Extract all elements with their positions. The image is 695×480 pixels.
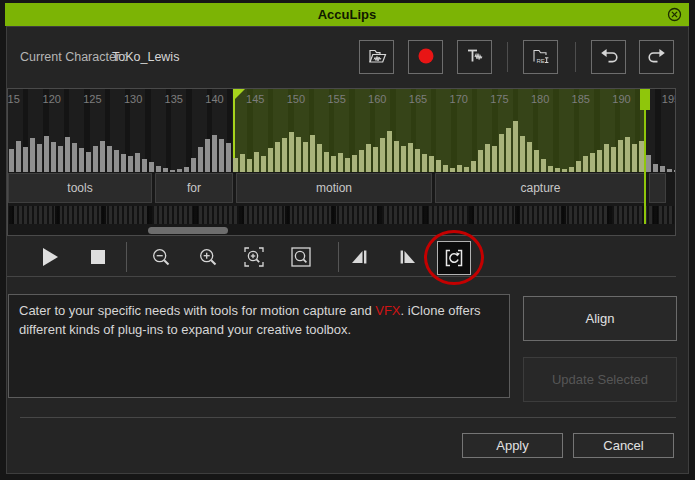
waveform-bar (324, 152, 329, 172)
ruler-tick-label: 180 (531, 93, 549, 105)
waveform-bar (135, 153, 140, 172)
waveform-bar (373, 147, 378, 172)
ruler-tick-label: 160 (368, 93, 386, 105)
horizontal-scrollbar-thumb[interactable] (148, 227, 228, 234)
waveform-bar (177, 169, 182, 172)
footer-divider (20, 417, 676, 418)
script-text-area[interactable]: Cater to your specific needs with tools … (8, 294, 510, 398)
stop-button[interactable] (88, 247, 108, 267)
waveform-bar (212, 135, 217, 172)
waveform-bar (233, 158, 238, 172)
play-button[interactable] (40, 247, 60, 267)
waveform-bar (408, 143, 413, 172)
cancel-button[interactable]: Cancel (573, 433, 674, 458)
selection-start-marker-icon (350, 247, 370, 267)
waveform-bar (667, 169, 672, 172)
ruler-tick-label: 165 (409, 93, 427, 105)
selection-start-flag[interactable] (235, 89, 245, 99)
waveform-bar (506, 128, 511, 172)
ruler-tick-label: 150 (287, 93, 305, 105)
waveform-bar (492, 146, 497, 172)
record-icon (416, 46, 436, 69)
zoom-in-button[interactable] (198, 247, 218, 267)
waveform-bar (93, 146, 98, 172)
waveform-bar (674, 170, 676, 172)
redo-button[interactable] (639, 40, 674, 74)
ruler-tick-label: 190 (612, 93, 630, 105)
waveform-bar (261, 156, 266, 172)
word-segment-tools[interactable]: tools (8, 173, 152, 203)
waveform-bar (303, 142, 308, 172)
waveform-panel[interactable]: 1151201251301351401451501551601651701751… (7, 88, 676, 236)
waveform-bar (268, 148, 273, 172)
waveform-bar (471, 161, 476, 172)
waveform-bar (576, 161, 581, 172)
waveform-bar (485, 144, 490, 172)
waveform-bar (184, 167, 189, 172)
script-text: Cater to your specific needs with tools … (19, 303, 375, 318)
waveform-bar (464, 167, 469, 172)
waveform-bar (352, 155, 357, 172)
waveform-bar (310, 135, 315, 172)
waveform-bar (51, 142, 56, 172)
waveform-bar (520, 136, 525, 172)
waveform-bar (219, 139, 224, 172)
dialog-title: AccuLips (5, 3, 689, 26)
undo-icon (598, 45, 620, 70)
waveform-bar (79, 148, 84, 172)
update-selected-button[interactable]: Update Selected (523, 357, 677, 402)
word-segment-for[interactable]: for (155, 173, 233, 203)
playhead-handle[interactable] (640, 89, 650, 110)
import-audio-button[interactable] (359, 40, 394, 74)
waveform-bar (30, 138, 35, 172)
waveform-bar (107, 146, 112, 172)
apply-button[interactable]: Apply (462, 433, 563, 458)
word-segment-capture[interactable]: capture (435, 173, 646, 203)
ruler-tick-label: 195 (662, 93, 676, 105)
ruler-tick-label: 175 (490, 93, 508, 105)
phoneme-track[interactable] (9, 206, 674, 224)
waveform-bar (611, 147, 616, 172)
selection-end-marker-button[interactable] (397, 247, 417, 267)
script-text-highlight: VFX (375, 303, 400, 318)
waveform-bar (422, 154, 427, 172)
waveform-bar (121, 154, 126, 172)
waveform-bar (156, 166, 161, 172)
waveform-bar (275, 142, 280, 172)
waveform-bar (387, 131, 392, 172)
waveform-bar (240, 154, 245, 172)
text-to-speech-button[interactable] (457, 40, 492, 74)
current-character-name: ToKo_Lewis (112, 50, 179, 64)
waveform-bar (128, 156, 133, 172)
zoom-region-button[interactable] (244, 247, 264, 267)
undo-button[interactable] (591, 40, 626, 74)
waveform-bar (289, 132, 294, 172)
zoom-out-button[interactable] (151, 247, 171, 267)
waveform-bar (198, 147, 203, 172)
word-segment-motion[interactable]: motion (236, 173, 432, 203)
title-bar[interactable]: AccuLips (5, 3, 689, 26)
ruler-tick-label: 145 (246, 93, 264, 105)
waveform-bar (429, 156, 434, 172)
waveform-bar (247, 159, 252, 172)
waveform-bar (226, 143, 231, 172)
import-script-button[interactable]: RE (523, 40, 558, 74)
folder-waveform-icon (366, 45, 388, 70)
waveform-bar (58, 146, 63, 172)
waveform-bar (527, 142, 532, 172)
waveform-bar (37, 144, 42, 172)
record-voice-button[interactable] (408, 40, 443, 74)
ruler-tick-label: 130 (124, 93, 142, 105)
stop-icon (90, 249, 106, 265)
retake-selection-icon (442, 246, 466, 270)
waveform-bar (436, 160, 441, 172)
zoom-fit-button[interactable] (291, 247, 311, 267)
waveform-bar (359, 150, 364, 172)
align-button[interactable]: Align (523, 296, 677, 341)
selection-start-marker-button[interactable] (350, 247, 370, 267)
toolbar-separator (507, 42, 508, 72)
close-icon[interactable] (667, 7, 682, 22)
waveform-bar (205, 139, 210, 172)
word-segment-empty[interactable] (649, 173, 666, 203)
retake-selection-button[interactable] (437, 241, 471, 275)
